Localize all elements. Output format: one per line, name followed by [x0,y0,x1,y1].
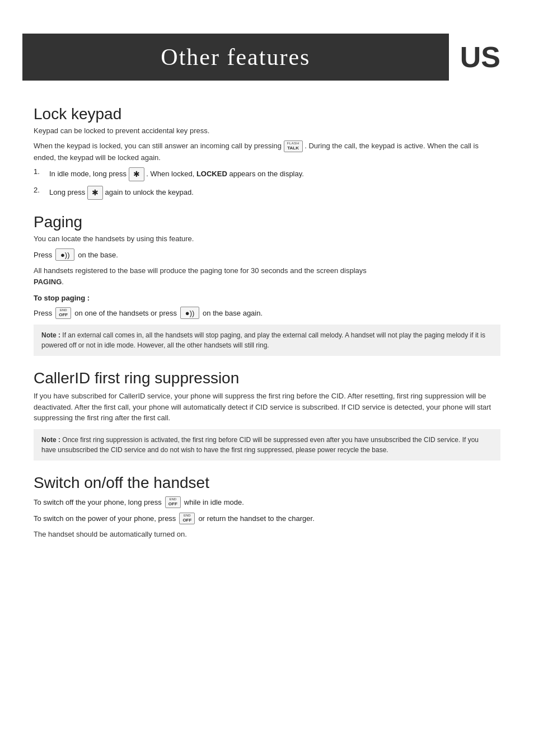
switch-on-off-section: Switch on/off the handset To switch off … [34,474,500,539]
stop-paging-press-line: Press END OFF on one of the handsets or … [34,307,500,319]
paging-note-box: Note : If an external call comes in, all… [34,325,500,356]
step-1: 1. In idle mode, long press ✱ . When loc… [34,167,500,181]
stop-paging-label: To stop paging : [34,294,500,302]
paging-press-line: Press ●)) on the base. [34,248,500,261]
switch-off-line: To switch off the your phone, long press… [34,496,500,508]
paging-heading: Paging [34,213,500,231]
lock-keypad-para1: When the keypad is locked, you can still… [34,140,500,163]
caller-id-heading: CallerID first ring suppression [34,369,500,387]
caller-id-para1: If you have subscribed for CallerID serv… [34,391,500,424]
talk-button-icon: FLASH TALK [284,140,303,152]
switch-on-line: To switch on the power of your phone, pr… [34,513,500,524]
page-title: Other features [22,34,449,81]
paging-all-para: All handsets registered to the base will… [34,265,500,287]
paging-subtitle: You can locate the handsets by using thi… [34,234,500,243]
caller-id-note-box: Note : Once first ring suppression is ac… [34,429,500,461]
paging-base-button-icon: ●)) [55,248,74,261]
main-content: Lock keypad Keypad can be locked to prev… [0,81,534,555]
caller-id-section: CallerID first ring suppression If you h… [34,369,500,461]
header-banner: Other features US [22,34,512,81]
star-key-icon: ✱ [129,167,144,181]
lock-keypad-subtitle: Keypad can be locked to prevent accident… [34,126,500,135]
step-2: 2. Long press ✱ again to unlock the keyp… [34,186,500,200]
star-key-2-icon: ✱ [87,186,103,200]
off-button-on-icon: END OFF [179,513,195,524]
off-button-icon: END OFF [55,307,71,319]
paging-section: Paging You can locate the handsets by us… [34,213,500,356]
page: Other features US Lock keypad Keypad can… [0,34,534,756]
off-button-switch-icon: END OFF [165,496,181,508]
paging-base-button-2-icon: ●)) [180,307,199,319]
lock-keypad-heading: Lock keypad [34,105,500,123]
lock-keypad-section: Lock keypad Keypad can be locked to prev… [34,105,500,200]
switch-on-off-heading: Switch on/off the handset [34,474,500,492]
us-badge: US [449,34,512,81]
switch-auto-on-para: The handset should be automatically turn… [34,529,500,540]
